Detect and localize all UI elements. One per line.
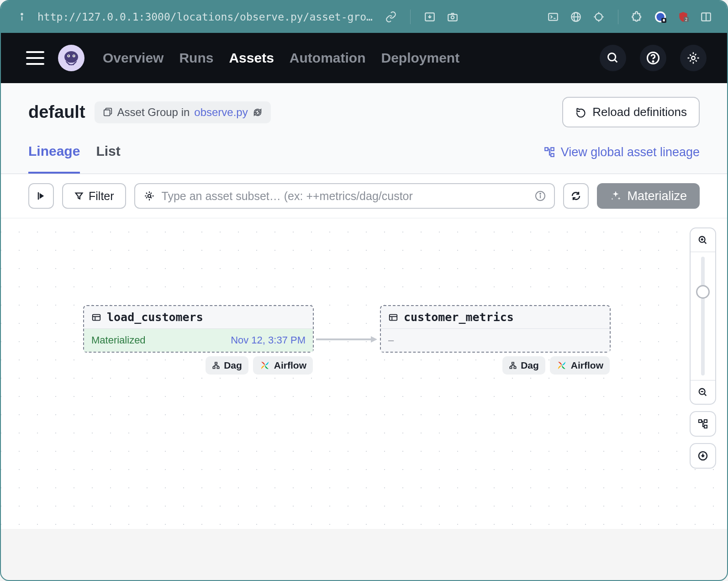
dagster-logo[interactable]: [58, 45, 84, 71]
layout-button[interactable]: [690, 411, 716, 437]
node-badges: Dag Airflow: [502, 356, 610, 375]
collapse-sidebar-button[interactable]: [28, 183, 54, 209]
dag-icon: [509, 361, 517, 370]
refresh-icon[interactable]: [253, 107, 263, 117]
toolbar: Filter Materialize: [1, 174, 727, 218]
asset-search-box[interactable]: [134, 183, 555, 209]
dag-badge[interactable]: Dag: [502, 356, 545, 375]
nav-tabs: Overview Runs Assets Automation Deployme…: [103, 50, 459, 66]
svg-rect-51: [512, 362, 514, 364]
nav-deployment[interactable]: Deployment: [381, 50, 459, 66]
svg-rect-41: [93, 314, 100, 320]
asset-node-load-customers[interactable]: load_customers Materialized Nov 12, 3:37…: [83, 305, 314, 353]
zoom-slider[interactable]: [701, 257, 705, 375]
node-header: customer_metrics: [381, 306, 610, 329]
camera-icon[interactable]: [445, 10, 460, 24]
svg-rect-46: [217, 367, 219, 369]
edge-arrow: [316, 335, 380, 344]
airflow-icon: [259, 360, 270, 371]
status-label: –: [388, 334, 394, 346]
lineage-icon: [543, 146, 555, 158]
zoom-slider-box: [690, 227, 716, 405]
materialize-label: Materialize: [627, 189, 687, 203]
svg-point-9: [595, 13, 602, 20]
svg-rect-63: [704, 425, 707, 428]
node-header: load_customers: [84, 306, 313, 329]
asset-icon: [388, 312, 398, 322]
svg-rect-33: [545, 148, 548, 151]
reload-icon: [575, 106, 587, 118]
svg-rect-62: [704, 420, 707, 423]
lineage-canvas[interactable]: load_customers Materialized Nov 12, 3:37…: [1, 218, 727, 529]
asset-node-customer-metrics[interactable]: customer_metrics – Dag Airflow: [380, 305, 611, 353]
svg-point-25: [68, 55, 69, 56]
address-bar[interactable]: http://127.0.0.1:3000/locations/observe.…: [37, 11, 375, 23]
help-button[interactable]: [640, 45, 666, 71]
app-header: Overview Runs Assets Automation Deployme…: [1, 33, 727, 83]
sparkle-icon: [610, 190, 622, 202]
sub-tabs: Lineage List View global asset lineage: [1, 127, 727, 174]
global-lineage-label: View global asset lineage: [561, 145, 700, 159]
svg-rect-45: [213, 367, 215, 369]
filter-label: Filter: [89, 190, 114, 203]
airflow-icon: [556, 360, 567, 371]
globe-icon[interactable]: [569, 10, 583, 24]
zoom-out-button[interactable]: [691, 380, 715, 404]
svg-point-31: [691, 56, 695, 60]
download-icon[interactable]: [422, 10, 437, 24]
view-global-lineage-link[interactable]: View global asset lineage: [543, 145, 700, 172]
dag-badge[interactable]: Dag: [206, 356, 248, 375]
airflow-badge[interactable]: Airflow: [550, 356, 610, 375]
browser-chrome: http://127.0.0.1:3000/locations/observe.…: [1, 1, 727, 33]
page-title: default: [28, 102, 85, 122]
divider: [410, 10, 411, 24]
terminal-icon[interactable]: [546, 10, 560, 24]
zoom-slider-thumb[interactable]: [696, 285, 710, 299]
settings-button[interactable]: [680, 45, 707, 71]
svg-text:2: 2: [685, 17, 687, 22]
badge-text: Asset Group in: [117, 106, 190, 119]
svg-point-40: [540, 193, 541, 194]
info-icon[interactable]: [535, 190, 546, 201]
svg-rect-44: [215, 362, 217, 364]
asset-search-input[interactable]: [162, 190, 529, 203]
tab-lineage[interactable]: Lineage: [28, 143, 80, 174]
svg-rect-48: [390, 314, 397, 320]
nav-assets[interactable]: Assets: [229, 50, 274, 66]
profile-icon[interactable]: [653, 10, 668, 24]
tab-list[interactable]: List: [96, 143, 120, 174]
nav-overview[interactable]: Overview: [103, 50, 164, 66]
group-icon: [103, 107, 113, 117]
download-svg-button[interactable]: [690, 443, 716, 469]
materialize-button[interactable]: Materialize: [597, 183, 700, 209]
extensions-icon[interactable]: [630, 10, 645, 24]
selection-icon: [143, 190, 155, 202]
svg-rect-3: [448, 15, 457, 21]
node-name: customer_metrics: [404, 311, 514, 324]
airflow-badge[interactable]: Airflow: [253, 356, 313, 375]
panel-icon[interactable]: [699, 10, 713, 24]
svg-line-55: [704, 241, 707, 243]
svg-rect-52: [510, 367, 512, 369]
svg-point-30: [653, 61, 654, 62]
zoom-in-button[interactable]: [691, 228, 715, 252]
status-time: Nov 12, 3:37 PM: [231, 334, 306, 346]
badge-link[interactable]: observe.py: [194, 106, 248, 119]
menu-button[interactable]: [26, 51, 44, 65]
reload-definitions-button[interactable]: Reload definitions: [562, 97, 700, 127]
svg-rect-61: [699, 420, 702, 423]
info-icon[interactable]: [15, 10, 29, 24]
link-icon[interactable]: [384, 10, 398, 24]
zoom-controls: [690, 227, 716, 469]
shield-icon[interactable]: 2: [676, 10, 691, 24]
nav-automation[interactable]: Automation: [290, 50, 366, 66]
search-button[interactable]: [600, 45, 626, 71]
status-label: Materialized: [91, 334, 146, 346]
svg-point-26: [74, 55, 74, 56]
refresh-button[interactable]: [563, 183, 589, 209]
target-icon[interactable]: [591, 10, 606, 24]
nav-runs[interactable]: Runs: [179, 50, 213, 66]
filter-button[interactable]: Filter: [62, 183, 126, 209]
reload-label: Reload definitions: [592, 105, 687, 119]
svg-line-59: [704, 393, 707, 396]
